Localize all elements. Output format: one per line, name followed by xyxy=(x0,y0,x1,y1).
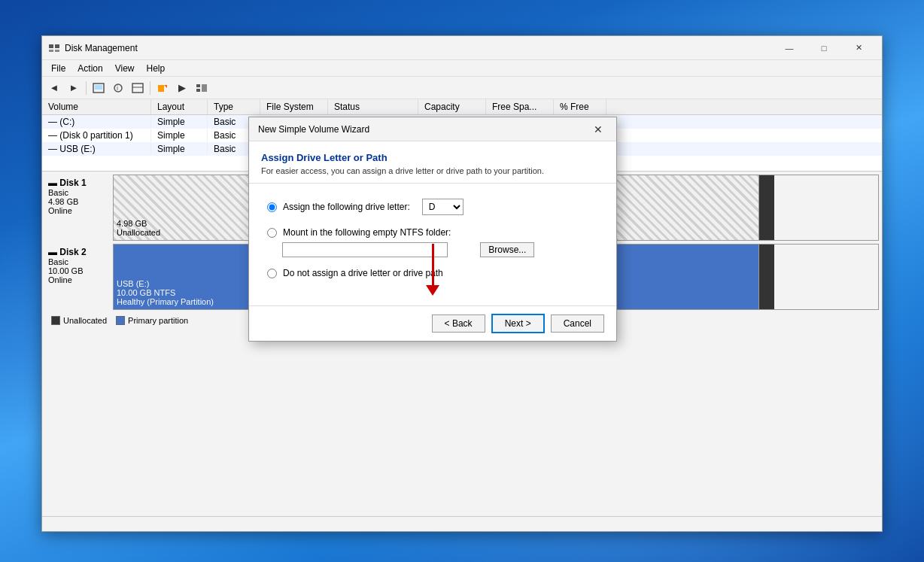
maximize-button[interactable]: □ xyxy=(807,36,841,60)
menu-bar: File Action View Help xyxy=(42,60,882,77)
drive-letter-select[interactable]: D E F G xyxy=(422,199,464,215)
dialog-title-text: New Simple Volume Wizard xyxy=(258,124,589,135)
cancel-button[interactable]: Cancel xyxy=(551,314,604,333)
back-button[interactable]: ◄ xyxy=(45,79,63,97)
arrow-head xyxy=(426,285,439,296)
svg-rect-2 xyxy=(49,50,53,52)
svg-text:i: i xyxy=(117,84,118,92)
svg-rect-10 xyxy=(158,85,164,92)
window-controls: — □ ✕ xyxy=(772,36,876,60)
svg-rect-14 xyxy=(202,84,207,92)
browse-button[interactable]: Browse... xyxy=(480,242,534,257)
toolbar-btn-6[interactable] xyxy=(193,79,211,97)
svg-rect-12 xyxy=(196,84,200,87)
window-title: Disk Management xyxy=(65,43,772,53)
minimize-button[interactable]: — xyxy=(772,36,807,60)
radio-assign-letter[interactable] xyxy=(267,202,277,212)
svg-rect-3 xyxy=(55,50,59,52)
radio-option-1: Assign the following drive letter: D E F… xyxy=(267,199,598,215)
disk-1-header-area xyxy=(759,175,774,240)
legend-unallocated-label: Unallocated xyxy=(63,316,107,325)
label-mount-folder: Mount in the following empty NTFS folder… xyxy=(283,227,451,238)
radio-option-2: Mount in the following empty NTFS folder… xyxy=(267,227,598,238)
close-button[interactable]: ✕ xyxy=(841,36,876,60)
col-status: Status xyxy=(328,99,418,114)
toolbar-btn-1[interactable] xyxy=(90,79,108,97)
legend-primary-label: Primary partition xyxy=(128,316,188,325)
svg-rect-5 xyxy=(95,85,102,90)
col-capacity: Capacity xyxy=(418,99,486,114)
menu-view[interactable]: View xyxy=(109,62,141,75)
radio-mount-folder[interactable] xyxy=(267,228,277,238)
dialog-close-button[interactable]: ✕ xyxy=(589,120,607,138)
toolbar-separator-1 xyxy=(86,81,87,95)
back-button[interactable]: < Back xyxy=(432,314,485,333)
label-assign-letter: Assign the following drive letter: xyxy=(283,202,410,212)
dialog-header-title: Assign Drive Letter or Path xyxy=(261,152,604,163)
svg-rect-8 xyxy=(132,84,143,93)
toolbar-btn-3[interactable] xyxy=(129,79,147,97)
col-filesystem: File System xyxy=(260,99,328,114)
toolbar: ◄ ► i ▶ xyxy=(42,77,882,99)
legend-primary: Primary partition xyxy=(116,316,188,325)
col-pctfree: % Free xyxy=(554,99,606,114)
toolbar-btn-4[interactable] xyxy=(153,79,172,97)
disk-2-header-area xyxy=(759,245,774,309)
svg-point-6 xyxy=(114,84,122,92)
red-arrow-indicator xyxy=(426,244,439,296)
forward-button[interactable]: ► xyxy=(65,79,83,97)
legend-unallocated: Unallocated xyxy=(51,316,107,325)
svg-marker-11 xyxy=(164,85,167,88)
disk-2-label: ▬ Disk 2 Basic 10.00 GB Online xyxy=(45,244,113,310)
menu-action[interactable]: Action xyxy=(71,62,108,75)
menu-help[interactable]: Help xyxy=(141,62,172,75)
radio-no-letter[interactable] xyxy=(267,269,277,278)
title-bar: Disk Management — □ ✕ xyxy=(42,36,882,60)
browse-container: Browse... xyxy=(282,242,598,257)
legend-primary-box xyxy=(116,316,125,325)
toolbar-btn-2[interactable]: i xyxy=(109,79,127,97)
next-button[interactable]: Next > xyxy=(491,314,545,333)
svg-rect-1 xyxy=(55,44,59,48)
col-type: Type xyxy=(208,99,260,114)
ntfs-folder-input[interactable] xyxy=(282,242,448,257)
col-volume: Volume xyxy=(42,99,151,114)
dialog-title-bar: New Simple Volume Wizard ✕ xyxy=(249,117,616,141)
disk-1-label: ▬ Disk 1 Basic 4.98 GB Online xyxy=(45,175,113,241)
label-no-letter: Do not assign a drive letter or drive pa… xyxy=(283,268,443,278)
menu-file[interactable]: File xyxy=(45,62,71,75)
column-headers: Volume Layout Type File System Status Ca… xyxy=(42,99,882,115)
dialog-header-subtitle: For easier access, you can assign a driv… xyxy=(261,166,604,175)
window-icon xyxy=(48,42,60,54)
dialog-footer: < Back Next > Cancel xyxy=(249,305,616,341)
legend-unallocated-box xyxy=(51,316,60,325)
status-bar xyxy=(42,516,882,531)
new-simple-volume-dialog: New Simple Volume Wizard ✕ Assign Drive … xyxy=(248,117,617,342)
toolbar-btn-5[interactable]: ▶ xyxy=(173,79,191,97)
col-layout: Layout xyxy=(151,99,208,114)
svg-rect-0 xyxy=(49,44,53,48)
col-freespace: Free Spa... xyxy=(486,99,554,114)
arrow-line xyxy=(432,244,434,285)
dialog-header: Assign Drive Letter or Path For easier a… xyxy=(249,141,616,184)
svg-rect-13 xyxy=(196,89,200,92)
toolbar-separator-2 xyxy=(150,81,150,95)
